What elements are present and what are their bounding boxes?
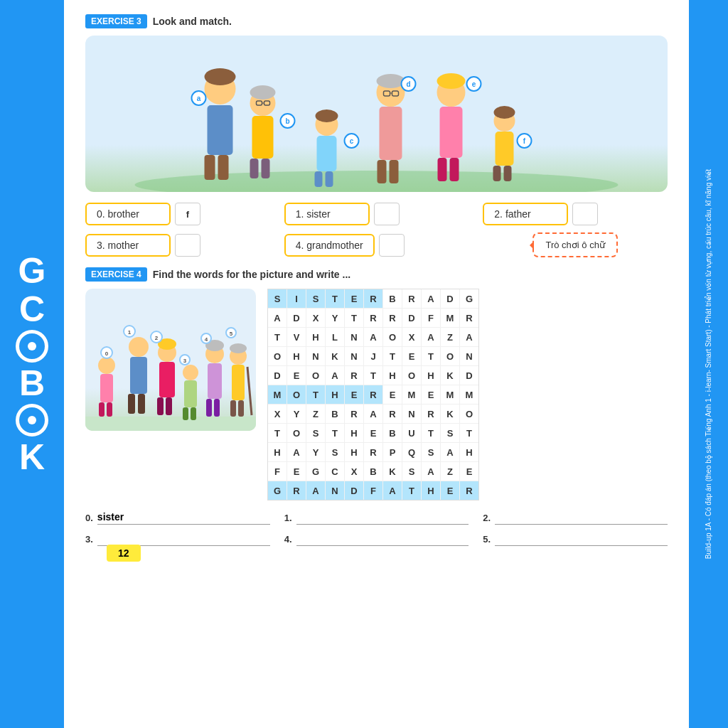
logo-dot2 [28,416,36,424]
answer-line-0[interactable]: sister [97,510,270,525]
match-item-3: 3. mother [85,232,270,257]
grid-cell: R [345,366,363,385]
answer-num-3: 3. [85,534,93,545]
grid-cell: S [306,289,325,308]
svg-text:d: d [406,80,410,88]
grid-cell: D [268,366,287,385]
grid-cell: F [422,309,440,327]
grid-cell: S [268,289,287,308]
answer-item-3: 3. [85,532,270,546]
logo-circle1 [16,330,48,363]
grid-cell: N [345,328,363,346]
grid-cell: C [326,462,344,481]
grid-cell: A [364,405,382,423]
left-sidebar: G C B K [0,0,64,728]
svg-point-69 [183,365,198,380]
grid-cell: R [402,289,421,308]
grid-cell: B [326,405,344,423]
svg-point-12 [250,85,276,100]
answer-line-3[interactable] [97,532,270,546]
grid-cell: M [402,385,421,404]
grid-cell: R [460,309,478,327]
svg-rect-71 [183,407,188,420]
grid-cell: D [441,289,459,308]
grid-cell: O [287,385,306,404]
grid-cell: G [306,462,325,481]
svg-text:b: b [285,117,289,125]
match-answer-2[interactable] [572,203,598,225]
grid-cell: X [268,405,287,423]
grid-cell: E [383,385,402,404]
grid-cell: F [364,481,382,500]
svg-rect-37 [438,158,447,181]
match-answer-3[interactable] [175,234,200,257]
grid-cell: N [306,347,325,365]
grid-cell: K [326,347,344,365]
grid-cell: H [326,385,344,404]
svg-text:c: c [350,137,354,145]
answer-line-1[interactable] [296,510,469,525]
svg-rect-9 [252,116,274,159]
grid-cell: V [287,328,306,346]
grid-cell: T [268,424,287,442]
match-answer-0[interactable]: f [175,203,200,225]
answer-line-5[interactable] [495,532,668,546]
grid-cell: R [422,405,440,423]
grid-cell: S [422,443,440,461]
grid-cell: O [306,366,325,385]
grid-cell: T [345,309,363,327]
svg-text:3: 3 [183,358,187,364]
grid-cell: R [364,443,382,461]
grid-cell: N [326,481,344,500]
svg-rect-38 [450,158,459,181]
svg-rect-64 [157,397,164,415]
svg-point-39 [437,73,466,89]
grid-cell: K [441,366,459,385]
svg-rect-43 [496,132,514,166]
answer-line-4[interactable] [296,532,469,546]
grid-cell: F [268,462,287,481]
grid-cell: B [383,289,402,308]
grid-cell: A [422,328,440,346]
svg-rect-83 [232,365,245,400]
match-item-0: 0. brother f [85,203,270,225]
page-number: 12 [107,545,141,562]
svg-rect-11 [262,159,270,178]
svg-point-56 [129,337,149,357]
svg-rect-78 [214,399,220,417]
svg-rect-58 [128,394,135,414]
answer-num-4: 4. [284,534,292,545]
grid-cell: G [268,481,287,500]
grid-cell: T [364,366,382,385]
main-content: EXERCISE 3 Look and match. a [64,0,689,728]
small-family-svg: 0 1 2 [85,289,256,431]
svg-line-87 [247,367,252,415]
grid-cell: T [306,385,325,404]
grid-cell: S [402,462,421,481]
svg-text:5: 5 [230,331,233,337]
grid-cell: G [460,289,478,308]
grid-cell: M [460,385,478,404]
grid-cell: E [287,462,306,481]
answer-num-2: 2. [483,513,491,523]
svg-rect-27 [378,160,387,183]
match-answer-4[interactable] [379,234,405,257]
grid-cell: B [364,462,382,481]
grid-cell: E [422,385,440,404]
svg-rect-20 [315,171,323,187]
match-word-1: 1. sister [284,203,370,225]
grid-cell: T [460,424,478,442]
answer-line-2[interactable] [495,510,668,525]
svg-text:e: e [472,80,476,88]
grid-cell: X [306,309,325,327]
grid-cell: Z [441,328,459,346]
grid-cell: O [441,347,459,365]
match-answer-1[interactable] [374,203,400,225]
answer-num-5: 5. [483,534,491,545]
grid-cell: E [345,385,363,404]
answer-num-1: 1. [284,513,292,523]
grid-cell: X [345,462,363,481]
svg-rect-51 [100,374,113,402]
grid-cell: R [383,309,402,327]
grid-cell: A [422,289,440,308]
